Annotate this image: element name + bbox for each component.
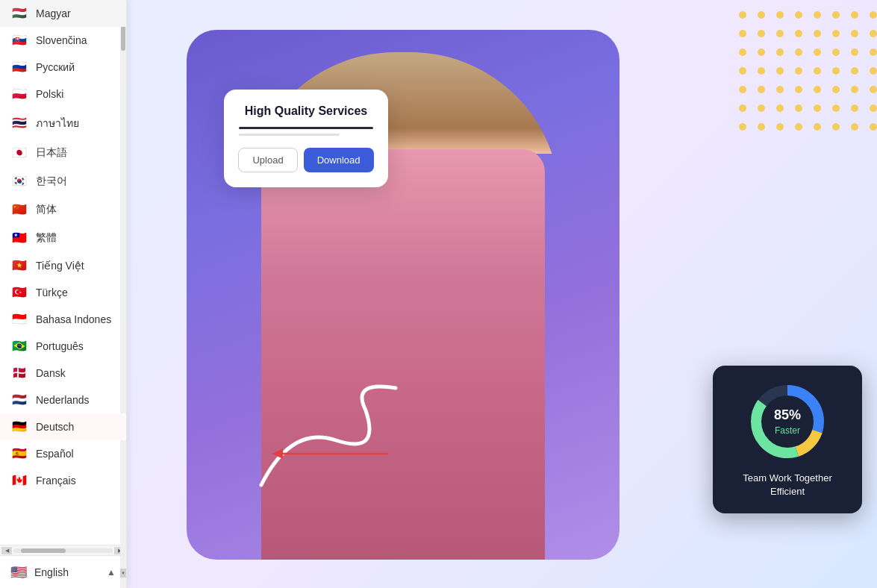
dot-decoration — [851, 104, 858, 112]
dot-decoration — [758, 104, 765, 112]
lang-name-ภาษาไทย: ภาษาไทย — [36, 115, 79, 131]
language-item-polski[interactable]: 🇵🇱Polski — [0, 81, 126, 107]
dot-decoration — [851, 86, 858, 93]
language-item-dansk[interactable]: 🇩🇰Dansk — [0, 360, 126, 387]
language-item-繁體[interactable]: 🇹🇼繁體 — [0, 224, 126, 252]
dot-decoration — [832, 11, 840, 19]
language-item-português[interactable]: 🇧🇷Português — [0, 333, 126, 360]
dot-decoration — [814, 123, 821, 131]
language-item-русский[interactable]: 🇷🇺Русский — [0, 54, 126, 81]
dot-decoration — [776, 104, 784, 112]
dot-decoration — [870, 67, 877, 75]
flag-deutsch: 🇩🇪 — [10, 421, 28, 433]
dot-decoration — [851, 49, 858, 56]
footer-language-name: English — [34, 566, 99, 578]
lang-name-slovenčina: Slovenčina — [36, 34, 87, 46]
dot-decoration — [814, 67, 821, 75]
language-item-tiếng_việt[interactable]: 🇻🇳Tiếng Việt — [0, 252, 126, 279]
dot-decoration — [776, 86, 784, 93]
main-content: High Quality Services Upload Download 85… — [127, 0, 877, 588]
dot-decoration — [851, 67, 858, 75]
h-scroll-left-arrow[interactable]: ◀ — [1, 547, 12, 554]
lang-name-한국어: 한국어 — [36, 175, 67, 188]
language-footer[interactable]: 🇺🇸 English ▲ — [0, 555, 126, 588]
h-scroll-track[interactable] — [13, 548, 113, 553]
language-item-ภาษาไทย[interactable]: 🇹🇭ภาษาไทย — [0, 107, 126, 139]
stats-card: 85% Faster Team Work Together Efficient — [713, 366, 862, 513]
dot-decoration — [870, 11, 877, 19]
dot-decoration — [758, 123, 765, 131]
dot-decoration — [795, 104, 802, 112]
scroll-down-arrow[interactable]: ▼ — [120, 569, 126, 578]
language-item-türkçe[interactable]: 🇹🇷Türkçe — [0, 279, 126, 306]
dot-decoration — [776, 11, 784, 19]
lang-name-français: Français — [36, 475, 76, 487]
dot-decoration — [776, 67, 784, 75]
dot-decoration — [870, 49, 877, 56]
dot-decoration — [795, 123, 802, 131]
dot-decoration — [739, 104, 746, 112]
flag-繁體: 🇹🇼 — [10, 232, 28, 244]
language-item-한국어[interactable]: 🇰🇷한국어 — [0, 167, 126, 196]
dot-decoration — [832, 104, 840, 112]
lang-name-日本語: 日本語 — [36, 146, 67, 160]
dot-decoration — [795, 67, 802, 75]
language-item-日本語[interactable]: 🇯🇵日本語 — [0, 139, 126, 167]
lang-name-türkçe: Türkçe — [36, 287, 68, 298]
download-button[interactable]: Download — [304, 148, 374, 172]
flag-español: 🇪🇸 — [10, 448, 28, 460]
dot-decoration — [832, 123, 840, 131]
flag-ภาษาไทย: 🇹🇭 — [10, 117, 28, 129]
flag-한국어: 🇰🇷 — [10, 175, 28, 187]
flag-简体: 🇨🇳 — [10, 204, 28, 216]
flag-dansk: 🇩🇰 — [10, 367, 28, 379]
swirl-decoration — [246, 366, 433, 500]
dot-decoration — [795, 86, 802, 93]
language-item-bahasa_indones[interactable]: 🇮🇩Bahasa Indones — [0, 306, 126, 333]
dot-decoration — [795, 11, 802, 19]
dot-decoration — [776, 123, 784, 131]
dot-decoration — [739, 11, 746, 19]
language-item-deutsch[interactable]: 🇩🇪Deutsch — [0, 413, 126, 440]
language-item-español[interactable]: 🇪🇸Español — [0, 440, 126, 467]
chart-speed-label: Faster — [775, 425, 800, 435]
language-item-français[interactable]: 🇨🇦Français — [0, 467, 126, 494]
dot-decoration — [832, 49, 840, 56]
service-buttons: Upload Download — [239, 148, 373, 172]
lang-name-magyar: Magyar — [36, 7, 71, 19]
dot-decoration — [776, 49, 784, 56]
dot-decoration — [776, 30, 784, 37]
lang-name-español: Español — [36, 448, 74, 460]
language-panel: ▲ ▼ 🇭🇺Magyar🇸🇰Slovenčina🇷🇺Русский🇵🇱Polsk… — [0, 0, 127, 588]
dots-decoration — [728, 0, 877, 134]
flag-slovenčina: 🇸🇰 — [10, 34, 28, 46]
dot-decoration — [832, 30, 840, 37]
dot-decoration — [795, 49, 802, 56]
flag-nederlands: 🇳🇱 — [10, 394, 28, 406]
language-item-nederlands[interactable]: 🇳🇱Nederlands — [0, 387, 126, 413]
dot-decoration — [758, 67, 765, 75]
chevron-up-icon: ▲ — [107, 567, 116, 578]
service-card: High Quality Services Upload Download — [224, 90, 388, 187]
upload-button[interactable]: Upload — [238, 148, 297, 172]
lang-name-português: Português — [36, 340, 84, 352]
dot-decoration — [814, 49, 821, 56]
chart-container: 85% Faster — [746, 381, 828, 463]
flag-português: 🇧🇷 — [10, 340, 28, 352]
language-item-magyar[interactable]: 🇭🇺Magyar — [0, 0, 126, 27]
flag-tiếng_việt: 🇻🇳 — [10, 260, 28, 272]
lang-name-简体: 简体 — [36, 203, 57, 216]
lang-name-polski: Polski — [36, 88, 63, 100]
horizontal-scrollbar[interactable]: ◀ ▶ — [0, 545, 126, 555]
dot-decoration — [870, 30, 877, 37]
dot-decoration — [758, 30, 765, 37]
language-item-slovenčina[interactable]: 🇸🇰Slovenčina — [0, 27, 126, 54]
language-item-简体[interactable]: 🇨🇳简体 — [0, 196, 126, 224]
chart-center: 85% Faster — [774, 407, 801, 436]
h-scroll-thumb[interactable] — [21, 548, 66, 553]
lang-name-繁體: 繁體 — [36, 231, 57, 245]
lang-name-русский: Русский — [36, 61, 75, 73]
flag-magyar: 🇭🇺 — [10, 7, 28, 19]
dot-decoration — [814, 86, 821, 93]
dot-decoration — [795, 30, 802, 37]
